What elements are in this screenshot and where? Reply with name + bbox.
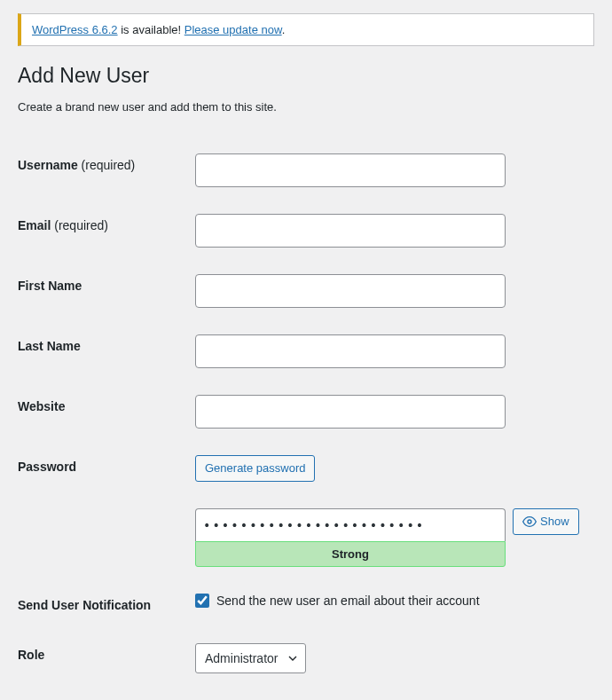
user-form-table: Username (required) Email (required) Fir…	[18, 140, 594, 687]
password-input[interactable]	[195, 508, 506, 541]
email-label: Email (required)	[18, 201, 195, 261]
password-label: Password	[18, 442, 195, 495]
last-name-input[interactable]	[195, 334, 506, 368]
last-name-label: Last Name	[18, 321, 195, 381]
update-notice: WordPress 6.6.2 is available! Please upd…	[18, 13, 594, 46]
notice-text-1: is available!	[118, 23, 184, 36]
send-notification-checkbox[interactable]	[195, 594, 209, 608]
notice-text-2: .	[282, 23, 286, 36]
role-select[interactable]: Administrator	[195, 643, 306, 673]
eye-icon	[522, 515, 537, 529]
first-name-input[interactable]	[195, 274, 506, 308]
page-title: Add New User	[18, 64, 594, 88]
password-strength-meter: Strong	[195, 541, 506, 567]
email-input[interactable]	[195, 214, 506, 248]
website-input[interactable]	[195, 395, 506, 429]
wordpress-version-link[interactable]: WordPress 6.6.2	[32, 23, 118, 36]
notification-label: Send User Notification	[18, 580, 195, 630]
show-password-button[interactable]: Show	[513, 508, 579, 535]
role-label: Role	[18, 630, 195, 687]
generate-password-button[interactable]: Generate password	[195, 455, 315, 482]
first-name-label: First Name	[18, 261, 195, 321]
page-subtitle: Create a brand new user and add them to …	[18, 100, 594, 114]
notification-checkbox-label: Send the new user an email about their a…	[216, 594, 480, 608]
username-input[interactable]	[195, 153, 506, 187]
website-label: Website	[18, 381, 195, 442]
username-label: Username (required)	[18, 140, 195, 201]
svg-point-0	[528, 520, 531, 523]
update-now-link[interactable]: Please update now	[184, 23, 282, 36]
